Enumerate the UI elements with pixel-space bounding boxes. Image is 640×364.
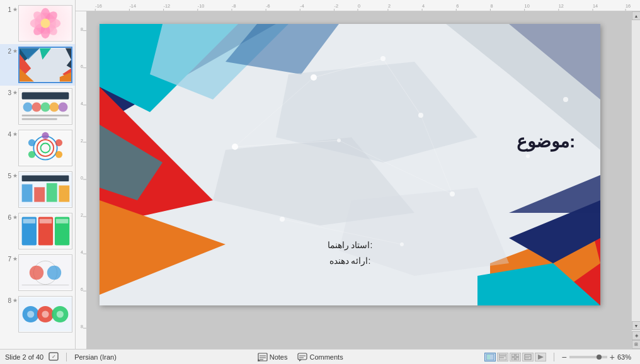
slide-num-2: 2 (3, 48, 11, 55)
svg-text:-12: -12 (164, 4, 171, 9)
divider-2 (554, 353, 554, 361)
scroll-expand-button[interactable]: ⊞ (632, 340, 640, 349)
svg-rect-48 (23, 219, 36, 223)
slide-viewport[interactable]: :موضوع :استاد راهنما :ارائه دهنده (87, 11, 631, 349)
canvas-area: 8 6 4 2 0 2 4 6 8 (76, 11, 640, 349)
slide-num-6: 6 (3, 214, 11, 221)
svg-rect-164 (487, 355, 490, 360)
svg-text:2: 2 (388, 4, 391, 9)
instructor-line1: :استاد راهنما (328, 237, 373, 253)
svg-rect-43 (59, 185, 69, 202)
svg-rect-50 (56, 219, 69, 223)
zoom-slider-thumb[interactable] (597, 355, 602, 360)
svg-point-60 (27, 310, 34, 317)
slideshow-button[interactable] (535, 353, 546, 361)
comments-label: Comments (309, 353, 343, 361)
svg-text:8: 8 (81, 324, 83, 329)
slide-thumb-3[interactable]: 3 ★ (0, 86, 75, 127)
thumb-img-7 (18, 254, 72, 291)
slide-num-1: 1 (3, 6, 11, 13)
svg-marker-175 (538, 355, 544, 360)
thumb-img-6 (18, 213, 72, 249)
slide-num-4: 4 (3, 131, 11, 138)
scroll-shrink-button[interactable]: ◈ (632, 331, 640, 340)
svg-rect-39 (22, 176, 69, 181)
svg-point-24 (41, 102, 50, 111)
thumb-img-1 (18, 5, 72, 42)
slide-thumb-1[interactable]: 1 ★ (0, 3, 75, 44)
language-label[interactable]: Persian (Iran) (74, 353, 117, 361)
zoom-minus-button[interactable]: − (562, 352, 567, 362)
slide-thumb-5[interactable]: 5 ★ (0, 169, 75, 210)
svg-point-22 (23, 102, 33, 111)
star-icon-6: ★ (13, 214, 18, 220)
slide-thumb-6[interactable]: 6 ★ (0, 210, 75, 252)
slide-thumb-4[interactable]: 4 ★ (0, 127, 75, 169)
normal-view-button[interactable] (484, 353, 496, 361)
slide-panel[interactable]: 1 ★ (0, 0, 76, 349)
svg-point-54 (47, 266, 61, 280)
notes-button[interactable]: Notes (258, 353, 288, 361)
svg-text:2: 2 (81, 212, 83, 218)
svg-rect-172 (525, 355, 531, 360)
svg-text:-6: -6 (266, 4, 270, 9)
svg-rect-170 (511, 358, 515, 360)
divider-1 (66, 353, 67, 361)
svg-point-62 (57, 310, 64, 317)
slide-instructor-text[interactable]: :استاد راهنما :ارائه دهنده (328, 237, 373, 269)
slide-topic-text[interactable]: :موضوع (517, 131, 575, 152)
slide-num-8: 8 (3, 297, 11, 304)
right-scrollbar[interactable]: ▲ ▼ ◈ ⊞ (631, 11, 640, 349)
svg-rect-21 (22, 93, 69, 100)
svg-text:4: 4 (422, 4, 425, 9)
svg-text:-8: -8 (232, 4, 236, 9)
svg-text:2: 2 (81, 138, 83, 144)
status-right: − + 63% (484, 352, 635, 362)
star-icon-8: ★ (13, 297, 18, 304)
thumb-img-4 (18, 130, 72, 166)
zoom-slider[interactable] (569, 356, 607, 358)
zoom-plus-button[interactable]: + (610, 352, 615, 362)
svg-text:6: 6 (456, 4, 459, 9)
zoom-percent[interactable]: 63% (617, 353, 635, 361)
scroll-down-button[interactable]: ▼ (632, 321, 640, 330)
svg-rect-171 (516, 358, 519, 360)
instructor-line2: :ارائه دهنده (328, 253, 373, 269)
svg-text:-4: -4 (300, 4, 304, 9)
status-left: Slide 2 of 40 ✓ Persian (Iran) (5, 352, 117, 362)
svg-text:-14: -14 (129, 4, 136, 9)
scroll-track[interactable] (632, 20, 640, 321)
slide-thumb-2[interactable]: 2 ★ (0, 44, 75, 86)
comments-button[interactable]: Comments (297, 353, 343, 361)
svg-text:0: 0 (358, 4, 360, 9)
slide-thumb-7[interactable]: 7 ★ (0, 252, 75, 293)
svg-rect-28 (22, 118, 57, 120)
slide-info: Slide 2 of 40 (5, 353, 43, 361)
svg-text:16: 16 (626, 4, 631, 9)
svg-text:4: 4 (81, 100, 83, 106)
svg-text:-2: -2 (334, 4, 338, 9)
scroll-up-button[interactable]: ▲ (632, 11, 640, 20)
slide-num-3: 3 (3, 89, 11, 96)
svg-text:12: 12 (559, 4, 564, 9)
outline-view-button[interactable] (497, 353, 508, 361)
svg-text:0: 0 (81, 175, 83, 181)
svg-point-36 (55, 151, 62, 158)
svg-rect-159 (298, 353, 307, 360)
star-icon-2: ★ (13, 48, 18, 54)
svg-point-144 (526, 154, 530, 158)
svg-text:-10: -10 (198, 4, 205, 9)
slide-thumb-8[interactable]: 8 ★ (0, 293, 75, 335)
slide-sorter-button[interactable] (510, 353, 521, 361)
slide-canvas[interactable]: :موضوع :استاد راهنما :ارائه دهنده (100, 24, 600, 305)
accessibility-icon[interactable]: ✓ (49, 352, 59, 362)
svg-rect-42 (47, 183, 57, 202)
thumb-img-8 (18, 296, 72, 333)
svg-rect-41 (34, 187, 45, 202)
svg-point-23 (32, 102, 42, 111)
thumb-img-2 (18, 47, 72, 83)
svg-rect-165 (499, 354, 506, 360)
reading-view-button[interactable] (522, 353, 534, 361)
svg-text:14: 14 (593, 4, 598, 9)
comments-icon (297, 353, 307, 361)
